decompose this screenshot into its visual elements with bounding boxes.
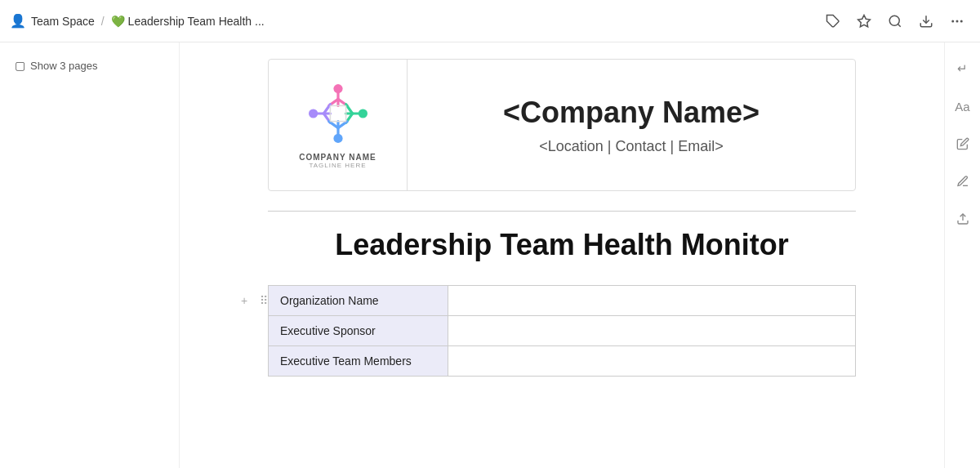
svg-point-7 xyxy=(961,20,963,22)
section-divider xyxy=(268,211,856,212)
svg-point-12 xyxy=(309,109,318,118)
svg-point-2 xyxy=(889,16,899,25)
drag-row-icon[interactable]: ⠿ xyxy=(255,292,273,310)
content-area: COMPANY NAME TAGLINE HERE <Company Name>… xyxy=(180,42,944,468)
favorite-button[interactable] xyxy=(851,8,877,34)
pages-icon: ▢ xyxy=(15,59,25,72)
topbar-actions xyxy=(820,8,970,34)
svg-line-14 xyxy=(323,105,330,114)
edit-icon-2[interactable] xyxy=(950,168,976,194)
breadcrumb: 👤 Team Space / 💚 Leadership Team Health … xyxy=(10,13,265,29)
table-row: Executive Sponsor xyxy=(269,316,856,346)
table-label-cell: Executive Team Members xyxy=(269,346,448,377)
document-title: Leadership Team Health Monitor xyxy=(268,228,856,262)
table-row: Organization Name xyxy=(269,286,856,316)
table-value-cell[interactable] xyxy=(448,346,856,377)
table-row: Executive Team Members xyxy=(269,346,856,377)
table-value-cell[interactable] xyxy=(448,286,856,316)
table-row-actions: + ⠿ xyxy=(235,292,273,310)
logo-company-name: COMPANY NAME xyxy=(299,153,376,162)
svg-marker-1 xyxy=(858,15,871,26)
main-layout: ▢ Show 3 pages xyxy=(0,42,980,468)
svg-point-20 xyxy=(333,134,342,143)
logo-section: COMPANY NAME TAGLINE HERE xyxy=(269,60,408,190)
info-table: Organization NameExecutive SponsorExecut… xyxy=(268,285,856,377)
svg-point-8 xyxy=(333,84,342,93)
svg-line-23 xyxy=(338,122,347,128)
company-name-placeholder[interactable]: <Company Name> xyxy=(503,96,760,130)
header-block: COMPANY NAME TAGLINE HERE <Company Name>… xyxy=(268,59,856,191)
upload-icon[interactable] xyxy=(950,206,976,232)
breadcrumb-separator: / xyxy=(101,15,105,28)
title-section: <Company Name> <Location | Contact | Ema… xyxy=(408,79,855,172)
table-value-cell[interactable] xyxy=(448,316,856,346)
logo-tagline: TAGLINE HERE xyxy=(309,162,366,169)
topbar: 👤 Team Space / 💚 Leadership Team Health … xyxy=(0,0,980,42)
team-icon: 👤 xyxy=(10,13,26,29)
search-button[interactable] xyxy=(882,8,908,34)
table-label-cell: Executive Sponsor xyxy=(269,316,448,346)
breadcrumb-doc[interactable]: 💚 Leadership Team Health ... xyxy=(111,15,265,28)
svg-point-6 xyxy=(956,20,958,22)
show-pages-button[interactable]: ▢ Show 3 pages xyxy=(10,56,169,75)
right-sidebar: ↵ Aa xyxy=(944,42,980,468)
wrap-icon[interactable]: ↵ xyxy=(950,56,976,82)
add-row-icon[interactable]: + xyxy=(235,292,253,310)
svg-point-5 xyxy=(952,20,954,22)
location-placeholder[interactable]: <Location | Contact | Email> xyxy=(539,138,723,155)
svg-line-3 xyxy=(898,24,900,26)
typography-icon[interactable]: Aa xyxy=(950,93,976,119)
left-sidebar: ▢ Show 3 pages xyxy=(0,42,180,468)
edit-icon-1[interactable] xyxy=(950,131,976,157)
svg-point-16 xyxy=(358,109,367,118)
svg-line-22 xyxy=(328,122,337,128)
more-button[interactable] xyxy=(944,8,970,34)
table-label-cell: Organization Name xyxy=(269,286,448,316)
table-wrapper: + ⠿ Organization NameExecutive SponsorEx… xyxy=(268,285,856,377)
svg-line-18 xyxy=(345,105,352,114)
breadcrumb-team-space[interactable]: Team Space xyxy=(31,15,95,28)
company-logo xyxy=(305,81,371,146)
tag-button[interactable] xyxy=(820,8,846,34)
show-pages-label: Show 3 pages xyxy=(30,60,97,72)
export-button[interactable] xyxy=(913,8,939,34)
